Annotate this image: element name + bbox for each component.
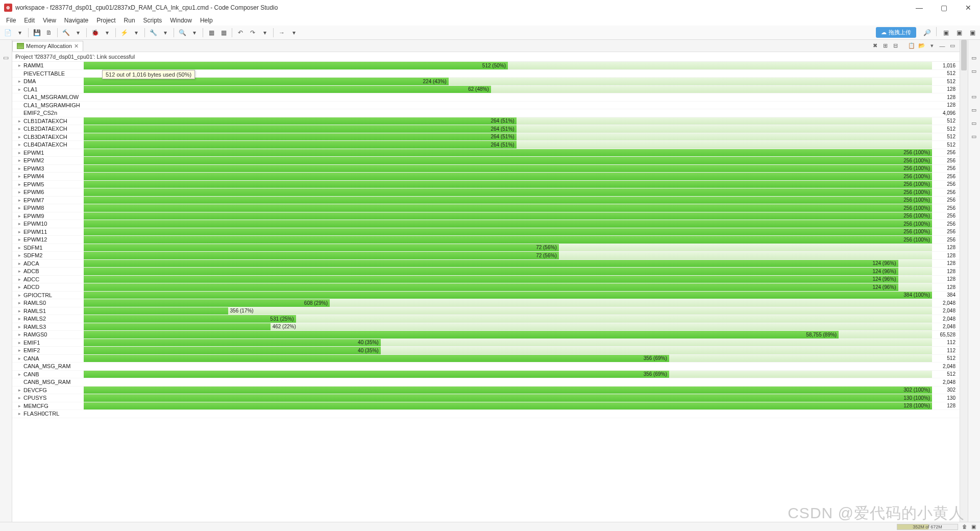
memory-row[interactable]: ▸RAMLS0608 (29%)2,048 xyxy=(12,299,960,307)
memory-row[interactable]: ▸EMIF240 (35%)112 xyxy=(12,347,960,355)
expand-arrow-icon[interactable]: ▸ xyxy=(18,189,22,195)
memory-row[interactable]: ▸CPUSYS130 (100%)130 xyxy=(12,394,960,402)
expand-arrow-icon[interactable]: ▸ xyxy=(18,221,22,226)
memory-row[interactable]: ▸ADCB124 (96%)128 xyxy=(12,268,960,276)
save-all-button[interactable]: 🗎 xyxy=(43,27,55,38)
arrow-button[interactable]: → xyxy=(276,27,287,38)
expand-arrow-icon[interactable]: ▸ xyxy=(18,229,22,234)
quick-access-button[interactable]: 🔎 xyxy=(921,27,933,38)
dropdown-icon[interactable]: ▾ xyxy=(160,27,171,38)
grid2-button[interactable]: ▦ xyxy=(218,27,229,38)
expand-arrow-icon[interactable]: ▸ xyxy=(18,142,22,147)
memory-row[interactable]: ▸EPWM8256 (100%)256 xyxy=(12,204,960,212)
dropdown-icon[interactable]: ▾ xyxy=(189,27,200,38)
memory-row[interactable]: CLA1_MSGRAMHIGH128 xyxy=(12,102,960,110)
side-view3-icon[interactable]: ▭ xyxy=(968,104,979,115)
memory-row[interactable]: ▸SDFM172 (56%)128 xyxy=(12,244,960,252)
memory-row[interactable]: ▸CLB2DATAEXCH264 (51%)512 xyxy=(12,125,960,133)
grid-button[interactable]: ▦ xyxy=(206,27,217,38)
expand-arrow-icon[interactable]: ▸ xyxy=(18,205,22,210)
expand-arrow-icon[interactable]: ▸ xyxy=(18,395,22,400)
dropdown-icon[interactable]: ▾ xyxy=(72,27,84,38)
menu-file[interactable]: File xyxy=(2,16,20,25)
memory-row[interactable]: ▸EPWM5256 (100%)256 xyxy=(12,181,960,189)
memory-row[interactable]: ▸GPIOCTRL384 (100%)384 xyxy=(12,292,960,300)
expand-arrow-icon[interactable]: ▸ xyxy=(18,87,22,92)
expand-arrow-icon[interactable]: ▸ xyxy=(18,253,22,258)
expand-arrow-icon[interactable]: ▸ xyxy=(18,300,22,305)
memory-row[interactable]: ▸RAMGS058,755 (89%)65,528 xyxy=(12,331,960,339)
expand-arrow-icon[interactable]: ▸ xyxy=(18,63,22,68)
tab-memory-allocation[interactable]: Memory Allocation ✕ xyxy=(12,41,83,51)
memory-row[interactable]: ▸CANB356 (69%)512 xyxy=(12,371,960,379)
perspective-ccs-button[interactable]: ▣ xyxy=(940,27,951,38)
memory-row[interactable]: ▸EPWM4256 (100%)256 xyxy=(12,173,960,181)
expand-arrow-icon[interactable]: ▸ xyxy=(18,118,22,124)
expand-arrow-icon[interactable]: ▸ xyxy=(18,261,22,266)
memory-row[interactable]: ▸ADCA124 (96%)128 xyxy=(12,260,960,268)
scrollbar-thumb[interactable] xyxy=(961,40,967,70)
expand-arrow-icon[interactable]: ▸ xyxy=(18,348,22,353)
nav-back-button[interactable]: ↶ xyxy=(235,27,246,38)
menu-view[interactable]: View xyxy=(39,16,60,25)
expand-arrow-icon[interactable]: ▸ xyxy=(18,150,22,155)
expand-arrow-icon[interactable]: ▸ xyxy=(18,277,22,282)
side-view2-icon[interactable]: ▭ xyxy=(968,91,979,102)
expand-arrow-icon[interactable]: ▸ xyxy=(18,411,22,416)
expand-arrow-icon[interactable]: ▸ xyxy=(18,158,22,163)
menu-run[interactable]: Run xyxy=(120,16,139,25)
expand-arrow-icon[interactable]: ▸ xyxy=(18,308,22,313)
memory-row[interactable]: ▸EPWM10256 (100%)256 xyxy=(12,220,960,228)
expand-arrow-icon[interactable]: ▸ xyxy=(18,79,22,84)
expand-arrow-icon[interactable]: ▸ xyxy=(18,356,22,361)
expand-arrow-icon[interactable]: ▸ xyxy=(18,269,22,274)
expand-arrow-icon[interactable]: ▸ xyxy=(18,403,22,408)
memory-row[interactable]: ▸CLB1DATAEXCH264 (51%)512 xyxy=(12,117,960,126)
gc-icon[interactable]: 🗑 xyxy=(962,524,967,529)
memory-row[interactable]: ▸RAMLS3462 (22%)2,048 xyxy=(12,323,960,331)
flash-button[interactable]: ⚡ xyxy=(118,27,130,38)
expand-arrow-icon[interactable]: ▸ xyxy=(18,316,22,321)
memory-row[interactable]: ▸EPWM7256 (100%)256 xyxy=(12,197,960,205)
search-button[interactable]: 🔍 xyxy=(177,27,188,38)
dropdown-icon[interactable]: ▾ xyxy=(131,27,142,38)
nav-fwd-button[interactable]: ↷ xyxy=(247,27,258,38)
memory-row[interactable]: ▸CLB4DATAEXCH264 (51%)512 xyxy=(12,141,960,149)
memory-row[interactable]: ▸EPWM1256 (100%)256 xyxy=(12,149,960,157)
expand-arrow-icon[interactable]: ▸ xyxy=(18,332,22,337)
build-button[interactable]: 🔨 xyxy=(60,27,71,38)
memory-row[interactable]: EMIF2_CS2n4,096 xyxy=(12,109,960,117)
debug-button[interactable]: 🐞 xyxy=(89,27,101,38)
perspective-debug-button[interactable]: ▣ xyxy=(953,27,965,38)
status-icon[interactable]: ▣ xyxy=(971,524,976,529)
save-button[interactable]: 💾 xyxy=(31,27,42,38)
close-icon[interactable]: ✕ xyxy=(74,43,79,50)
memory-table[interactable]: 512 out of 1,016 bytes used (50%) ▸RAMM1… xyxy=(12,62,960,522)
new-button[interactable]: 📄 xyxy=(2,27,13,38)
minimize-button[interactable]: — xyxy=(912,4,927,12)
upload-button[interactable]: ☁ 拖拽上传 xyxy=(876,27,916,38)
side-view1-icon[interactable]: ▭ xyxy=(968,65,979,77)
open-cfg-icon[interactable]: 📂 xyxy=(918,42,926,50)
memory-row[interactable]: ▸DEVCFG302 (100%)302 xyxy=(12,387,960,395)
collapse-all-icon[interactable]: ⊟ xyxy=(891,42,899,50)
memory-row[interactable]: ▸EPWM2256 (100%)256 xyxy=(12,157,960,165)
expand-arrow-icon[interactable]: ▸ xyxy=(18,198,22,203)
expand-arrow-icon[interactable]: ▸ xyxy=(18,245,22,250)
memory-row[interactable]: CLA1_MSGRAMLOW128 xyxy=(12,93,960,102)
dropdown-icon[interactable]: ▾ xyxy=(102,27,113,38)
expand-arrow-icon[interactable]: ▸ xyxy=(18,237,22,242)
heap-indicator[interactable]: 352M of 672M xyxy=(897,524,958,530)
dropdown-icon[interactable]: ▾ xyxy=(259,27,271,38)
perspective-other-button[interactable]: ▣ xyxy=(967,27,978,38)
expand-arrow-icon[interactable]: ▸ xyxy=(18,213,22,219)
memory-row[interactable]: CANB_MSG_RAM2,048 xyxy=(12,378,960,387)
memory-row[interactable]: ▸EPWM6256 (100%)256 xyxy=(12,188,960,197)
memory-row[interactable]: ▸CANA356 (69%)512 xyxy=(12,355,960,363)
expand-all-icon[interactable]: ⊞ xyxy=(881,42,889,50)
menu-window[interactable]: Window xyxy=(166,16,196,25)
side-view4-icon[interactable]: ▭ xyxy=(968,117,979,129)
memory-row[interactable]: ▸RAMLS2531 (25%)2,048 xyxy=(12,315,960,323)
expand-arrow-icon[interactable]: ▸ xyxy=(18,174,22,179)
close-button[interactable]: ✕ xyxy=(961,4,976,12)
